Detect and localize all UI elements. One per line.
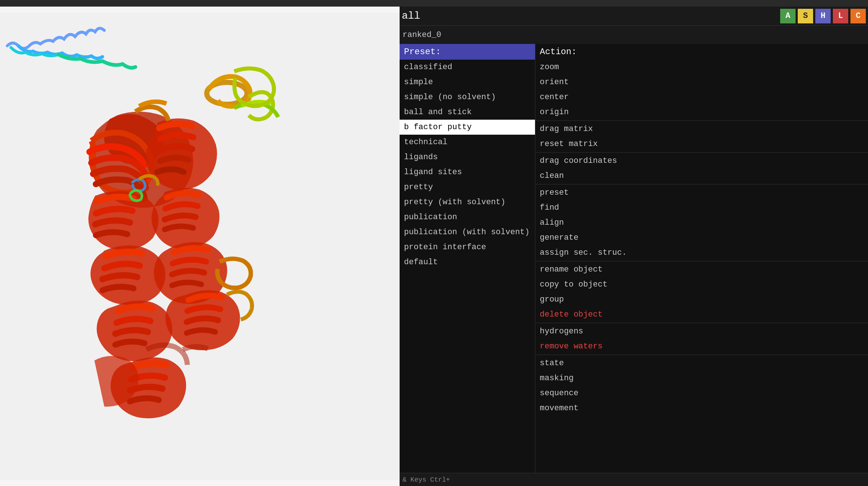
action-items: zoomorientcenterorigindrag matrixreset m… bbox=[535, 60, 868, 416]
action-item-hydrogens[interactable]: hydrogens bbox=[535, 324, 868, 339]
preset-item-publication[interactable]: publication bbox=[400, 210, 535, 225]
action-item-delete-object[interactable]: delete object bbox=[535, 307, 868, 322]
preset-item-classified[interactable]: classified bbox=[400, 60, 535, 75]
preset-item-simple[interactable]: simple bbox=[400, 75, 535, 90]
preset-item-protein-interface[interactable]: protein interface bbox=[400, 240, 535, 255]
ranked-label: ranked_0 bbox=[403, 30, 441, 40]
action-separator bbox=[535, 323, 868, 323]
preset-items: classifiedsimplesimple (no solvent)ball … bbox=[400, 60, 535, 270]
preset-item-pretty-with-solvent[interactable]: pretty (with solvent) bbox=[400, 195, 535, 210]
bottom-text: & Keys Ctrl+ bbox=[403, 476, 450, 483]
action-item-copy-to-object[interactable]: copy to object bbox=[535, 277, 868, 292]
action-item-center[interactable]: center bbox=[535, 90, 868, 105]
action-item-reset-matrix[interactable]: reset matrix bbox=[535, 137, 868, 152]
preset-panel: Preset: classifiedsimplesimple (no solve… bbox=[400, 44, 535, 473]
btn-l[interactable]: L bbox=[833, 9, 848, 23]
preset-item-publication-with-solvent[interactable]: publication (with solvent) bbox=[400, 225, 535, 240]
right-panel: all A S H L C ranked_0 Preset: classifie… bbox=[400, 7, 868, 486]
preset-item-pretty[interactable]: pretty bbox=[400, 180, 535, 195]
action-separator bbox=[535, 355, 868, 355]
action-item-rename-object[interactable]: rename object bbox=[535, 262, 868, 277]
preset-item-default[interactable]: default bbox=[400, 255, 535, 270]
action-item-orient[interactable]: orient bbox=[535, 75, 868, 90]
action-separator bbox=[535, 184, 868, 184]
action-item-origin[interactable]: origin bbox=[535, 105, 868, 120]
action-separator bbox=[535, 120, 868, 121]
action-item-zoom[interactable]: zoom bbox=[535, 60, 868, 75]
bottom-bar: & Keys Ctrl+ bbox=[400, 473, 868, 486]
action-item-remove-waters[interactable]: remove waters bbox=[535, 339, 868, 354]
all-label: all bbox=[402, 10, 420, 22]
action-separator bbox=[535, 152, 868, 153]
action-item-drag-matrix[interactable]: drag matrix bbox=[535, 122, 868, 137]
preset-item-ligands[interactable]: ligands bbox=[400, 150, 535, 165]
preset-item-ball-and-stick[interactable]: ball and stick bbox=[400, 105, 535, 120]
action-item-movement[interactable]: movement bbox=[535, 401, 868, 416]
preset-header: Preset: bbox=[400, 44, 535, 60]
action-item-assign-sec-struc[interactable]: assign sec. struc. bbox=[535, 245, 868, 260]
action-item-clean[interactable]: clean bbox=[535, 168, 868, 183]
content-area: all A S H L C ranked_0 Preset: classifie… bbox=[0, 7, 868, 486]
action-item-find[interactable]: find bbox=[535, 200, 868, 215]
preset-item-ligand-sites[interactable]: ligand sites bbox=[400, 165, 535, 180]
action-item-group[interactable]: group bbox=[535, 292, 868, 307]
preset-item-b-factor-putty[interactable]: b factor putty bbox=[400, 120, 535, 135]
btn-s[interactable]: S bbox=[798, 9, 813, 23]
preset-item-technical[interactable]: technical bbox=[400, 135, 535, 150]
protein-visualization bbox=[0, 7, 400, 486]
top-bar bbox=[0, 0, 868, 7]
panels-row: Preset: classifiedsimplesimple (no solve… bbox=[400, 44, 868, 473]
action-separator bbox=[535, 261, 868, 261]
action-header: Action: bbox=[535, 44, 868, 60]
action-item-preset[interactable]: preset bbox=[535, 185, 868, 200]
action-item-generate[interactable]: generate bbox=[535, 230, 868, 245]
action-item-sequence[interactable]: sequence bbox=[535, 386, 868, 401]
action-panel: Action: zoomorientcenterorigindrag matri… bbox=[535, 44, 868, 473]
action-item-state[interactable]: state bbox=[535, 356, 868, 371]
action-item-align[interactable]: align bbox=[535, 215, 868, 230]
header-row: all A S H L C bbox=[400, 7, 868, 26]
main-container: all A S H L C ranked_0 Preset: classifie… bbox=[0, 0, 868, 486]
btn-c[interactable]: C bbox=[850, 9, 866, 23]
preset-item-simple-no-solvent[interactable]: simple (no solvent) bbox=[400, 90, 535, 105]
action-item-drag-coordinates[interactable]: drag coordinates bbox=[535, 153, 868, 168]
btn-a[interactable]: A bbox=[780, 9, 796, 23]
ranked-row: ranked_0 bbox=[400, 26, 868, 44]
btn-h[interactable]: H bbox=[815, 9, 831, 23]
viewport[interactable] bbox=[0, 7, 400, 486]
action-item-masking[interactable]: masking bbox=[535, 371, 868, 386]
